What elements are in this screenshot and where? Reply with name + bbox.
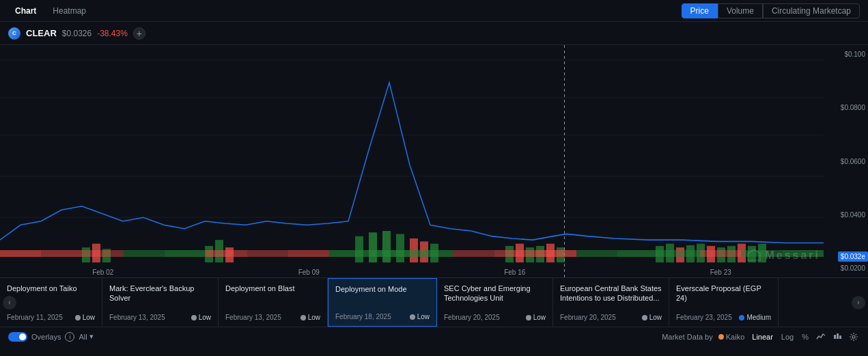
sentiment-0: Low xyxy=(75,314,95,321)
news-card-footer-2: February 13, 2025 Low xyxy=(225,314,320,321)
tab-group: Chart Heatmap xyxy=(8,4,93,18)
svg-rect-13 xyxy=(369,232,377,262)
news-card-title-6: Everscale Proposal (EGP 24) xyxy=(676,284,771,303)
news-bar: ‹ Deployment on Taiko February 11, 2025 … xyxy=(0,277,868,327)
token-price: $0.0326 xyxy=(62,29,92,38)
sentiment-dot-1 xyxy=(191,315,197,320)
svg-rect-37 xyxy=(837,333,839,339)
overlays-section: Overlays i All ▾ xyxy=(8,332,94,342)
vertical-indicator-line xyxy=(564,45,565,277)
sentiment-4: Low xyxy=(526,314,546,321)
sentiment-dot-2 xyxy=(300,315,306,320)
x-axis: Feb 02 Feb 09 Feb 16 Feb 23 xyxy=(0,269,824,276)
messari-watermark: Messari xyxy=(746,247,820,264)
news-card-title-0: Deployment on Taiko xyxy=(7,284,95,293)
kaiko-label: Kaiko xyxy=(726,333,745,341)
news-card-title-3: Deployment on Mode xyxy=(335,284,430,294)
news-card-3[interactable]: Deployment on Mode February 18, 2025 Low xyxy=(328,278,437,327)
news-card-1[interactable]: Mark: Everclear's Backup Solver February… xyxy=(102,278,219,327)
all-dropdown[interactable]: All ▾ xyxy=(79,332,93,341)
news-card-5[interactable]: European Central Bank States Intentions … xyxy=(553,278,669,327)
chart-type-group: Price Volume Circulating Marketcap xyxy=(682,3,860,18)
price-chart-svg xyxy=(0,45,824,277)
overlays-label: Overlays xyxy=(31,333,61,341)
price-button[interactable]: Price xyxy=(682,3,718,18)
kaiko-dot xyxy=(718,334,724,340)
y-label-1: $0.100 xyxy=(826,51,865,58)
news-card-footer-0: February 11, 2025 Low xyxy=(7,314,95,321)
kaiko-badge: Kaiko xyxy=(718,333,745,341)
token-icon: C xyxy=(8,27,20,40)
news-date-1: February 13, 2025 xyxy=(109,314,165,321)
token-bar: C CLEAR $0.0326 -38.43% + xyxy=(0,22,868,45)
token-name: CLEAR xyxy=(26,28,57,38)
chart-area: $0.100 $0.0800 $0.0600 $0.0400 $0.0200 $… xyxy=(0,45,868,277)
news-card-4[interactable]: SEC Cyber and Emerging Technologies Unit… xyxy=(437,278,553,327)
news-card-footer-1: February 13, 2025 Low xyxy=(109,314,211,321)
view-controls: Linear Log % xyxy=(750,331,860,343)
chart-line-icon[interactable] xyxy=(815,331,827,343)
percent-button[interactable]: % xyxy=(800,332,811,342)
y-label-4: $0.0400 xyxy=(826,211,865,219)
news-nav-right[interactable]: › xyxy=(852,296,865,310)
sentiment-dot-0 xyxy=(75,315,81,320)
svg-rect-12 xyxy=(355,236,363,262)
market-data-section: Market Data by Kaiko Linear Log % xyxy=(662,331,860,343)
news-card-title-4: SEC Cyber and Emerging Technologies Unit xyxy=(444,284,546,303)
sentiment-1: Low xyxy=(191,314,211,321)
bottom-bar: Overlays i All ▾ Market Data by Kaiko Li… xyxy=(0,327,868,346)
news-card-footer-5: February 20, 2025 Low xyxy=(560,314,662,321)
linear-button[interactable]: Linear xyxy=(750,332,775,342)
log-button[interactable]: Log xyxy=(779,332,796,342)
heatmap-strip xyxy=(0,250,824,257)
x-label-3: Feb 16 xyxy=(504,269,525,276)
sentiment-2: Low xyxy=(300,314,320,321)
news-date-3: February 18, 2025 xyxy=(335,313,391,320)
news-card-footer-6: February 23, 2025 Medium xyxy=(676,314,771,321)
news-date-6: February 23, 2025 xyxy=(676,314,732,321)
svg-rect-36 xyxy=(834,335,836,339)
news-card-title-2: Deployment on Blast xyxy=(225,284,320,293)
news-card-2[interactable]: Deployment on Blast February 13, 2025 Lo… xyxy=(219,278,328,327)
sentiment-dot-3 xyxy=(410,314,415,320)
svg-rect-15 xyxy=(396,234,404,262)
x-label-1: Feb 02 xyxy=(92,269,113,276)
x-label-2: Feb 09 xyxy=(298,269,320,276)
token-change: -38.43% xyxy=(97,29,128,38)
tab-heatmap[interactable]: Heatmap xyxy=(46,4,93,18)
x-label-4: Feb 23 xyxy=(710,269,731,276)
news-card-footer-4: February 20, 2025 Low xyxy=(444,314,546,321)
sentiment-6: Medium xyxy=(739,314,771,321)
tab-chart[interactable]: Chart xyxy=(8,4,43,18)
svg-rect-14 xyxy=(382,231,391,262)
news-date-0: February 11, 2025 xyxy=(7,314,63,321)
sentiment-dot-4 xyxy=(526,315,531,320)
news-nav-left[interactable]: ‹ xyxy=(3,296,16,310)
market-data-label: Market Data by xyxy=(662,333,713,341)
y-label-2: $0.0800 xyxy=(826,104,865,111)
svg-point-39 xyxy=(852,336,855,338)
sentiment-dot-5 xyxy=(642,315,647,320)
news-card-title-1: Mark: Everclear's Backup Solver xyxy=(109,284,211,303)
sentiment-dot-6 xyxy=(739,315,744,320)
news-card-footer-3: February 18, 2025 Low xyxy=(335,313,430,320)
news-date-5: February 20, 2025 xyxy=(560,314,616,321)
sentiment-5: Low xyxy=(642,314,662,321)
sentiment-3: Low xyxy=(410,313,430,320)
volume-button[interactable]: Volume xyxy=(718,3,763,18)
y-axis: $0.100 $0.0800 $0.0600 $0.0400 $0.0200 xyxy=(824,45,868,277)
current-price-label: $0.032e xyxy=(838,251,868,262)
news-date-4: February 20, 2025 xyxy=(444,314,500,321)
chevron-down-icon: ▾ xyxy=(89,332,94,341)
overlays-toggle[interactable] xyxy=(8,332,27,342)
news-card-6[interactable]: Everscale Proposal (EGP 24) February 23,… xyxy=(669,278,779,327)
add-token-button[interactable]: + xyxy=(133,27,145,40)
header-bar: Chart Heatmap Price Volume Circulating M… xyxy=(0,0,868,22)
candle-chart-icon[interactable] xyxy=(831,331,843,343)
news-date-2: February 13, 2025 xyxy=(225,314,281,321)
circulating-marketcap-button[interactable]: Circulating Marketcap xyxy=(763,3,860,18)
settings-icon[interactable] xyxy=(848,331,860,343)
y-label-3: $0.0600 xyxy=(826,158,865,165)
overlays-info-icon[interactable]: i xyxy=(65,332,74,342)
news-card-title-5: European Central Bank States Intentions … xyxy=(560,284,662,303)
